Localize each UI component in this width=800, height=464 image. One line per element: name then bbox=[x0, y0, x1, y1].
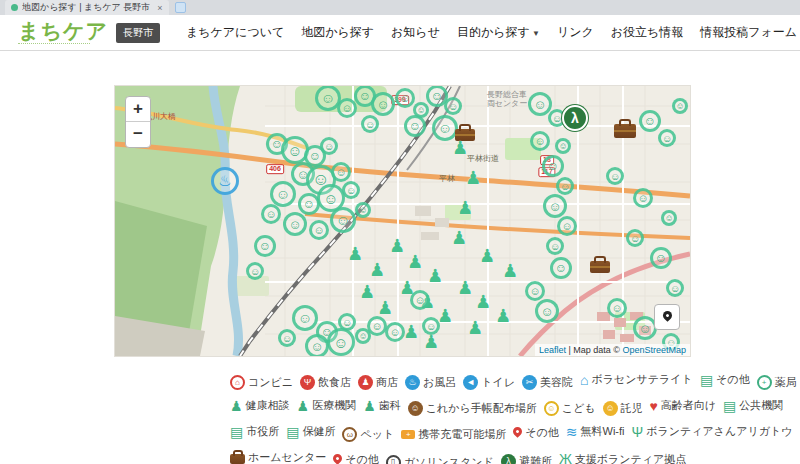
map-marker-green-circle[interactable]: ☺ bbox=[305, 334, 329, 356]
map-marker-green-circle[interactable]: ☺ bbox=[404, 115, 426, 137]
map-marker-person[interactable]: ♟ bbox=[426, 267, 444, 285]
legend-item: ☺こども bbox=[544, 397, 596, 420]
map-marker-bath[interactable]: ♨ bbox=[211, 167, 239, 195]
city-badge: 長野市 bbox=[116, 23, 160, 43]
map-marker-green-circle[interactable]: ☺ bbox=[556, 177, 574, 195]
map-marker-person[interactable]: ♟ bbox=[368, 261, 386, 279]
map-marker-green-circle[interactable]: ☺ bbox=[309, 220, 329, 240]
map-marker-green-circle[interactable]: ☺ bbox=[626, 229, 644, 247]
legend-item: ☺託児 bbox=[603, 397, 643, 420]
map-marker-green-circle[interactable]: ☺ bbox=[371, 92, 395, 116]
map-marker-green-circle[interactable]: ☺ bbox=[633, 188, 653, 208]
map-marker-green-circle[interactable]: ☺ bbox=[550, 257, 572, 279]
map-marker-green-circle[interactable]: ☺ bbox=[444, 97, 462, 115]
map-marker-person[interactable]: ♟ bbox=[456, 279, 474, 297]
map-marker-shelter[interactable]: λ bbox=[562, 105, 588, 131]
map-marker-green-circle[interactable]: ☺ bbox=[557, 216, 577, 236]
map-marker-person[interactable]: ♟ bbox=[464, 169, 482, 187]
map-marker-person[interactable]: ♟ bbox=[450, 229, 468, 247]
map-marker-person[interactable]: ♟ bbox=[466, 319, 484, 337]
locate-button[interactable] bbox=[654, 304, 680, 330]
osm-link[interactable]: OpenStreetMap bbox=[622, 345, 686, 355]
map-marker-green-circle[interactable]: ☺ bbox=[535, 299, 559, 323]
map-marker-green-circle[interactable]: ☺ bbox=[361, 115, 379, 133]
map-marker-green-circle[interactable]: ☺ bbox=[555, 138, 571, 154]
map-marker-green-circle[interactable]: ☺ bbox=[342, 181, 360, 199]
map-marker-green-circle[interactable]: ☺ bbox=[327, 328, 355, 356]
map-marker-green-circle[interactable]: ☺ bbox=[530, 131, 550, 151]
map-marker-green-circle[interactable]: ☺ bbox=[672, 98, 688, 114]
zoom-out-button[interactable]: − bbox=[126, 122, 150, 147]
map-marker-green-circle[interactable]: ☺ bbox=[367, 316, 387, 336]
leaflet-link[interactable]: Leaflet bbox=[539, 345, 566, 355]
new-tab-button[interactable] bbox=[175, 2, 186, 13]
legend-label: トイレ bbox=[481, 371, 515, 394]
map-marker-green-circle[interactable]: ☺ bbox=[639, 110, 661, 132]
map-marker-green-circle[interactable]: ☺ bbox=[246, 262, 264, 280]
nav-item[interactable]: お知らせ bbox=[391, 24, 440, 41]
map-marker-person[interactable]: ♟ bbox=[478, 247, 496, 265]
browser-tab[interactable]: 地図から探す | まちケア 長野市 × bbox=[5, 0, 169, 15]
home-center-icon bbox=[230, 454, 245, 464]
map-marker-person[interactable]: ♟ bbox=[388, 237, 406, 255]
map-marker-green-circle[interactable]: ☺ bbox=[607, 298, 627, 318]
map-marker-green-circle[interactable]: ☺ bbox=[337, 98, 357, 118]
map-marker-person[interactable]: ♟ bbox=[346, 245, 364, 263]
map-marker-home-center[interactable] bbox=[614, 124, 636, 138]
nav-item[interactable]: 目的から探す ▼ bbox=[457, 24, 540, 41]
site-logo[interactable]: まちケア bbox=[18, 20, 108, 46]
map-marker-person[interactable]: ♟ bbox=[376, 299, 394, 317]
map-marker-green-circle[interactable]: ☺ bbox=[525, 281, 545, 301]
health-center-icon: ▤ bbox=[286, 425, 299, 439]
map-marker-green-circle[interactable]: ☺ bbox=[606, 167, 624, 185]
map-marker-person[interactable]: ♟ bbox=[456, 199, 474, 217]
legend-label: 高齢者向け bbox=[661, 394, 716, 417]
map-marker-green-circle[interactable]: ☺ bbox=[661, 210, 677, 226]
map-marker-green-circle[interactable]: ☺ bbox=[546, 237, 564, 255]
legend-label: これから手帳配布場所 bbox=[426, 397, 537, 420]
legend-label: ペット bbox=[360, 423, 394, 446]
map-marker-person[interactable]: ♟ bbox=[406, 253, 424, 271]
map-marker-green-circle[interactable]: ☺ bbox=[331, 162, 351, 182]
map-marker-green-circle[interactable]: ☺ bbox=[270, 181, 296, 207]
map-marker-green-circle[interactable]: ☺ bbox=[410, 290, 430, 310]
map-marker-green-circle[interactable]: ☺ bbox=[261, 204, 281, 224]
logo-text: まちケア bbox=[18, 19, 108, 42]
map-marker-green-circle[interactable]: ☺ bbox=[355, 202, 371, 218]
map-marker-green-circle[interactable]: ☺ bbox=[395, 88, 415, 108]
map-marker-green-circle[interactable]: ☺ bbox=[650, 247, 672, 269]
nav-item[interactable]: お役立ち情報 bbox=[611, 24, 684, 41]
map-marker-person[interactable]: ♟ bbox=[451, 139, 469, 157]
map-marker-green-circle[interactable]: ☺ bbox=[278, 329, 296, 347]
map-marker-green-circle[interactable]: ☺ bbox=[422, 317, 440, 335]
nav-item[interactable]: 地図から探す bbox=[301, 24, 374, 41]
map-marker-green-circle[interactable]: ☺ bbox=[543, 194, 567, 218]
map-marker-green-circle[interactable]: ☺ bbox=[542, 155, 564, 177]
map-marker-green-circle[interactable]: ☺ bbox=[292, 305, 318, 331]
leaflet-map[interactable]: + − ☺☺☺☺☺☺☺☺☺☺☺☺☺λ☺☺☺☺☺☺☺☺☺☺☺☺☺☺☺☺☺☺☺☺☺♨… bbox=[115, 86, 690, 356]
tab-close-icon[interactable]: × bbox=[154, 3, 162, 13]
map-marker-green-circle[interactable]: ☺ bbox=[330, 207, 356, 233]
zoom-in-button[interactable]: + bbox=[126, 97, 150, 122]
map-marker-green-circle[interactable]: ☺ bbox=[666, 279, 684, 297]
map-marker-person[interactable]: ♟ bbox=[494, 307, 512, 325]
legend-label: ボランティアさんアリガトウ bbox=[646, 420, 792, 443]
legend-item: ≋無料Wi-fi bbox=[566, 420, 625, 443]
map-marker-green-circle[interactable]: ☺ bbox=[320, 137, 338, 155]
map-marker-person[interactable]: ♟ bbox=[358, 283, 376, 301]
map-marker-green-circle[interactable]: ☺ bbox=[385, 322, 405, 342]
map-marker-person[interactable]: ♟ bbox=[422, 333, 440, 351]
legend-item: λ避難所 bbox=[501, 450, 552, 464]
map-marker-green-circle[interactable]: ☺ bbox=[658, 129, 676, 147]
legend-label: ホームセンター bbox=[248, 446, 326, 464]
map-marker-green-circle[interactable]: ☺ bbox=[254, 235, 276, 257]
nav-item[interactable]: 情報投稿フォーム bbox=[700, 24, 797, 41]
map-marker-person[interactable]: ♟ bbox=[501, 262, 519, 280]
map-marker-green-circle[interactable]: ☺ bbox=[283, 212, 307, 236]
nav-item[interactable]: リンク bbox=[557, 24, 594, 41]
map-marker-home-center[interactable] bbox=[590, 261, 610, 273]
map-marker-person[interactable]: ♟ bbox=[474, 293, 492, 311]
other-building-icon: ▤ bbox=[700, 373, 713, 387]
beauty-salon-icon: ✂ bbox=[522, 375, 537, 390]
nav-item[interactable]: まちケアについて bbox=[186, 24, 284, 41]
